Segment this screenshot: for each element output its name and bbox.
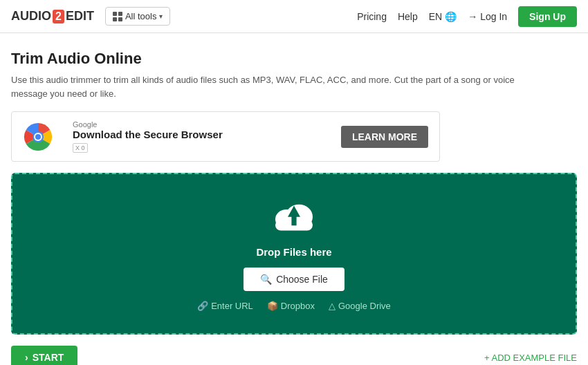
- page-title: Trim Audio Online: [11, 50, 577, 68]
- ad-headline: Download the Secure Browser: [73, 129, 333, 140]
- main-content: Trim Audio Online Use this audio trimmer…: [0, 33, 588, 365]
- ad-xo-label: X 0: [73, 143, 88, 153]
- logo[interactable]: AUDIO 2 EDIT: [11, 9, 94, 24]
- all-tools-button[interactable]: All tools ▾: [105, 7, 171, 26]
- login-button[interactable]: → Log In: [468, 11, 507, 22]
- ad-chrome-icon: [23, 122, 53, 152]
- google-drive-label: Google Drive: [338, 301, 391, 311]
- search-icon: 🔍: [260, 274, 272, 285]
- logo-2: 2: [53, 10, 64, 24]
- pricing-link[interactable]: Pricing: [357, 11, 387, 22]
- drop-zone[interactable]: Drop Files here 🔍 Choose File 🔗 Enter UR…: [11, 173, 577, 335]
- globe-icon: 🌐: [445, 11, 457, 22]
- ad-banner: Google Download the Secure Browser X 0 L…: [11, 111, 440, 162]
- language-selector[interactable]: EN 🌐: [429, 11, 457, 22]
- chevron-down-icon: ▾: [159, 12, 163, 20]
- google-drive-icon: △: [329, 301, 336, 311]
- drop-text: Drop Files here: [256, 246, 331, 258]
- start-label: START: [33, 352, 64, 363]
- navbar: AUDIO 2 EDIT All tools ▾ Pricing Help EN…: [0, 0, 588, 33]
- login-label: Log In: [480, 11, 507, 22]
- enter-url-label: Enter URL: [211, 301, 253, 311]
- ad-footer: X 0: [73, 143, 333, 153]
- logo-edit: EDIT: [66, 9, 94, 24]
- google-drive-link[interactable]: △ Google Drive: [329, 301, 391, 311]
- link-icon: 🔗: [197, 301, 208, 311]
- ad-learn-more-button[interactable]: LEARN MORE: [341, 126, 428, 148]
- upload-cloud-icon: [269, 196, 319, 246]
- login-icon: →: [468, 11, 477, 22]
- choose-file-label: Choose File: [276, 274, 328, 285]
- svg-point-3: [35, 134, 41, 140]
- start-button[interactable]: › START: [11, 346, 77, 365]
- ad-text: Google Download the Secure Browser X 0: [73, 120, 333, 153]
- help-link[interactable]: Help: [398, 11, 418, 22]
- chevron-right-icon: ›: [25, 352, 28, 363]
- ad-provider: Google: [73, 120, 333, 129]
- logo-audio: AUDIO: [11, 9, 51, 24]
- all-tools-label: All tools: [125, 11, 157, 21]
- ad-logo: [23, 122, 64, 152]
- grid-icon: [113, 12, 122, 21]
- navbar-right: Pricing Help EN 🌐 → Log In Sign Up: [357, 6, 577, 27]
- dropbox-icon: 📦: [267, 301, 278, 311]
- source-links: 🔗 Enter URL 📦 Dropbox △ Google Drive: [197, 301, 391, 311]
- navbar-left: AUDIO 2 EDIT All tools ▾: [11, 7, 170, 26]
- page-description: Use this audio trimmer to trim all kinds…: [11, 73, 537, 100]
- lang-label: EN: [429, 11, 442, 22]
- add-example-link[interactable]: + ADD EXAMPLE FILE: [484, 353, 577, 363]
- enter-url-link[interactable]: 🔗 Enter URL: [197, 301, 253, 311]
- action-bar: › START + ADD EXAMPLE FILE: [11, 346, 577, 365]
- choose-file-button[interactable]: 🔍 Choose File: [244, 268, 344, 291]
- dropbox-link[interactable]: 📦 Dropbox: [267, 301, 315, 311]
- dropbox-label: Dropbox: [281, 301, 315, 311]
- signup-button[interactable]: Sign Up: [518, 6, 577, 27]
